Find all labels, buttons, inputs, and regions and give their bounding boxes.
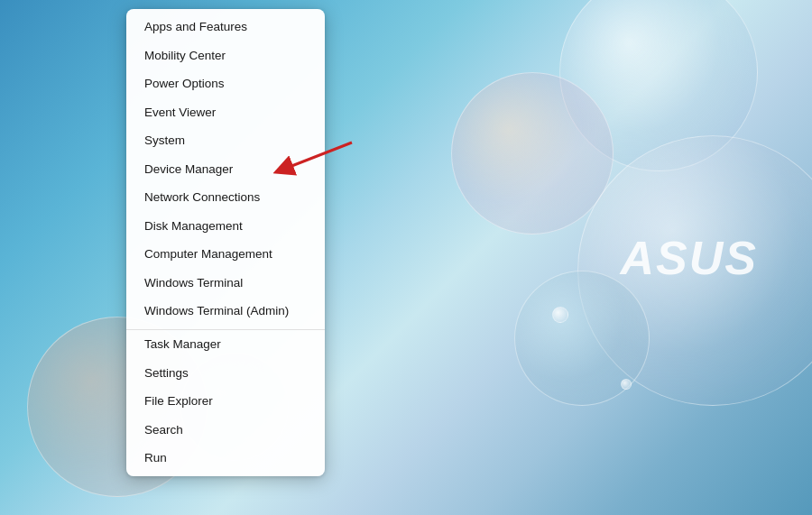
menu-item-apps-features[interactable]: Apps and Features bbox=[126, 13, 325, 41]
menu-item-system[interactable]: System bbox=[126, 126, 325, 155]
menu-item-file-explorer[interactable]: File Explorer bbox=[126, 387, 325, 416]
menu-item-network-connections[interactable]: Network Connections bbox=[126, 183, 325, 212]
menu-item-search[interactable]: Search bbox=[126, 416, 325, 445]
menu-item-computer-management[interactable]: Computer Management bbox=[126, 240, 325, 269]
menu-item-windows-terminal[interactable]: Windows Terminal bbox=[126, 269, 325, 298]
menu-item-disk-management[interactable]: Disk Management bbox=[126, 212, 325, 241]
bubble-decoration bbox=[552, 307, 568, 323]
menu-item-mobility-center[interactable]: Mobility Center bbox=[126, 41, 325, 70]
menu-item-power-options[interactable]: Power Options bbox=[126, 69, 325, 98]
menu-item-device-manager[interactable]: Device Manager bbox=[126, 155, 325, 184]
menu-item-windows-terminal-admin[interactable]: Windows Terminal (Admin) bbox=[126, 297, 325, 326]
menu-item-settings[interactable]: Settings bbox=[126, 359, 325, 388]
bubble-decoration bbox=[621, 379, 632, 390]
context-menu: Apps and FeaturesMobility CenterPower Op… bbox=[126, 9, 325, 476]
asus-logo: ASUS bbox=[621, 231, 758, 285]
menu-item-run[interactable]: Run bbox=[126, 444, 325, 473]
menu-item-event-viewer[interactable]: Event Viewer bbox=[126, 98, 325, 127]
bubble-decoration bbox=[451, 72, 614, 235]
menu-item-task-manager[interactable]: Task Manager bbox=[126, 329, 325, 359]
